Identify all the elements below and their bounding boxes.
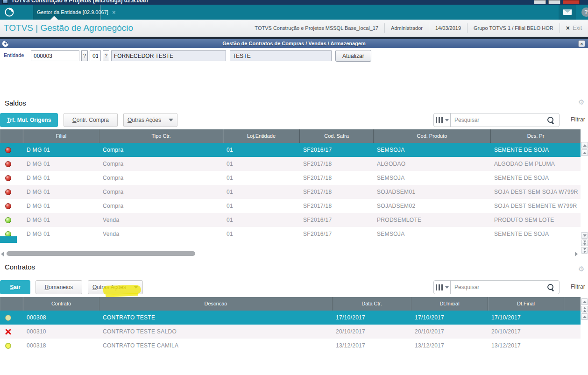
column-header[interactable]: Des. Pr: [491, 129, 581, 143]
tab-close-icon[interactable]: ×: [112, 9, 116, 15]
store-code-input[interactable]: [90, 50, 101, 61]
contratos-search-input[interactable]: [451, 281, 547, 294]
table-row[interactable]: D MG 01Compra01SF2017/18SOJADSEM01SOJA D…: [0, 185, 581, 199]
column-header[interactable]: Loj.Entidade: [223, 129, 300, 143]
table-cell: Compra: [99, 199, 223, 213]
table-row[interactable]: 000308CONTRATO TESTE17/10/201717/10/2017…: [0, 311, 581, 325]
column-header[interactable]: Cod. Safra: [300, 129, 374, 143]
table-row[interactable]: D MG 01Compra01SF2017/18SOJADSEM02SOJA D…: [0, 199, 581, 213]
hscroll-left-button[interactable]: [1, 252, 4, 256]
table-row[interactable]: D MG 01Compra01SF2017/18SEMSOJASEMENTE D…: [0, 171, 581, 185]
saldos-outras-acoes-button[interactable]: Outras Ações: [123, 113, 177, 127]
scroll-up-button[interactable]: [581, 313, 588, 320]
table-cell: 01: [223, 157, 300, 171]
column-selector-icon[interactable]: [434, 281, 451, 294]
panel-close-button[interactable]: ×: [578, 40, 585, 47]
romaneios-button[interactable]: Romaneios: [35, 280, 82, 294]
search-icon[interactable]: [547, 117, 554, 124]
mail-envelope: [563, 9, 572, 15]
contratos-filter-link[interactable]: Filtrar: [571, 283, 585, 290]
column-header[interactable]: [0, 297, 23, 311]
table-cell: 20/10/2017: [488, 325, 564, 339]
red-ball-icon: [5, 203, 11, 209]
table-row[interactable]: 000318CONTRATO TESTE CAMILA13/12/201713/…: [0, 339, 581, 353]
settings-gear-icon[interactable]: ⚙: [578, 99, 584, 106]
table-row[interactable]: D MG 01Compra01SF2016/17SEMSOJASEMENTE D…: [0, 143, 581, 157]
entity-label: Entidade: [4, 52, 24, 58]
table-cell: SOJADSEM02: [374, 199, 491, 213]
table-row[interactable]: D MG 01Venda01SF2016/17PRODSEMLOTEPRODUT…: [0, 213, 581, 227]
table-cell: 01: [223, 199, 300, 213]
table-cell: Venda: [99, 213, 223, 227]
maximize-button[interactable]: [548, 0, 560, 4]
entity-name-field: [111, 50, 226, 61]
saldos-filter-link[interactable]: Filtrar: [571, 116, 585, 123]
scroll-down-button[interactable]: [581, 232, 588, 239]
table-cell: PRODUTO SEM LOTE: [491, 213, 581, 227]
scroll-up-button[interactable]: [581, 298, 588, 305]
scroll-up-button[interactable]: [581, 142, 588, 149]
table-cell: D MG 01: [23, 199, 99, 213]
store-lookup-button[interactable]: ?: [103, 50, 109, 61]
table-row[interactable]: D MG 01Compra01SF2017/18ALGODAOALGODAO E…: [0, 157, 581, 171]
saldos-table: Filial Tipo Ctr. Loj.Entidade Cod. Safra…: [0, 129, 581, 241]
column-header[interactable]: Cod. Produto: [374, 129, 491, 143]
table-cell: 20/10/2017: [333, 325, 411, 339]
entity-shortname-field: [230, 50, 332, 61]
scroll-page-down-button[interactable]: [581, 247, 588, 254]
saldos-search-input[interactable]: [451, 113, 547, 127]
saldos-table-body: D MG 01Compra01SF2016/17SEMSOJASEMENTE D…: [0, 143, 581, 241]
saldos-search-control: [433, 113, 560, 127]
window-titlebar: TOTVS Construção e Projetos (Microsiga) …: [0, 0, 588, 5]
search-icon[interactable]: [547, 284, 554, 291]
sair-button[interactable]: Sair: [0, 280, 30, 294]
column-header[interactable]: Dt.Final: [488, 297, 564, 311]
row-status-cell: [0, 213, 23, 227]
scroll-page-down-button[interactable]: [581, 240, 588, 246]
settings-gear-icon[interactable]: ⚙: [578, 265, 584, 272]
trf-mul-origens-button[interactable]: Trf. Mul. Origens: [0, 113, 58, 127]
table-row[interactable]: 000310CONTRATO TESTE SALDO20/10/201720/1…: [0, 325, 581, 339]
refresh-button[interactable]: Atualizar: [335, 50, 371, 62]
table-cell: SOJA DEST SEM SOJA W799R: [491, 185, 581, 199]
contratos-vscroll-top: [581, 298, 588, 321]
contr-compra-button[interactable]: Contr. Compra: [64, 113, 118, 127]
entity-lookup-button[interactable]: ?: [81, 50, 88, 61]
column-header[interactable]: [564, 297, 581, 311]
contratos-search-control: [433, 280, 560, 294]
table-cell: SEMENTE DE SOJA: [491, 171, 581, 185]
column-header[interactable]: Dt.Inicial: [411, 297, 488, 311]
column-header[interactable]: Contrato: [23, 297, 99, 311]
mail-icon[interactable]: [559, 5, 576, 20]
minimize-button[interactable]: [534, 0, 546, 4]
dropdown-arrow-icon: [169, 119, 173, 121]
table-cell: 13/12/2017: [411, 339, 488, 353]
table-cell: SF2017/18: [300, 185, 374, 199]
column-header[interactable]: Tipo Ctr.: [99, 129, 223, 143]
close-button[interactable]: [563, 0, 580, 4]
column-header[interactable]: Descricao: [99, 297, 333, 311]
help-icon[interactable]: ?: [581, 7, 588, 17]
table-cell: SF2016/17: [300, 213, 374, 227]
column-header[interactable]: Data Ctr.: [333, 297, 411, 311]
table-cell: SF2017/18: [300, 199, 374, 213]
row-status-cell: [0, 157, 23, 171]
red-ball-icon: [5, 161, 11, 167]
column-header[interactable]: [0, 129, 23, 143]
column-header[interactable]: Filial: [23, 129, 99, 143]
scroll-up-button[interactable]: [581, 149, 588, 156]
hscroll-right-button[interactable]: [575, 252, 578, 256]
row-status-cell: [0, 185, 23, 199]
hscroll-thumb[interactable]: [7, 251, 195, 256]
exit-button[interactable]: × Exit: [560, 23, 588, 33]
help-glyph: ?: [584, 9, 588, 15]
tab-gestor-da-entidade[interactable]: Gestor da Entidade [02.9.0067] ×: [33, 5, 101, 20]
scroll-page-up-button[interactable]: [581, 306, 588, 312]
column-selector-icon[interactable]: [434, 113, 451, 127]
table-cell: PRODSEMLOTE: [374, 213, 491, 227]
red-ball-icon: [5, 175, 11, 181]
table-row[interactable]: D MG 01Venda01SF2016/17SEMSOJASEMENTE DE…: [0, 227, 581, 241]
contratos-outras-acoes-button[interactable]: Outras Ações: [88, 280, 143, 294]
red-ball-icon: [5, 147, 11, 153]
entity-code-input[interactable]: [31, 50, 79, 61]
